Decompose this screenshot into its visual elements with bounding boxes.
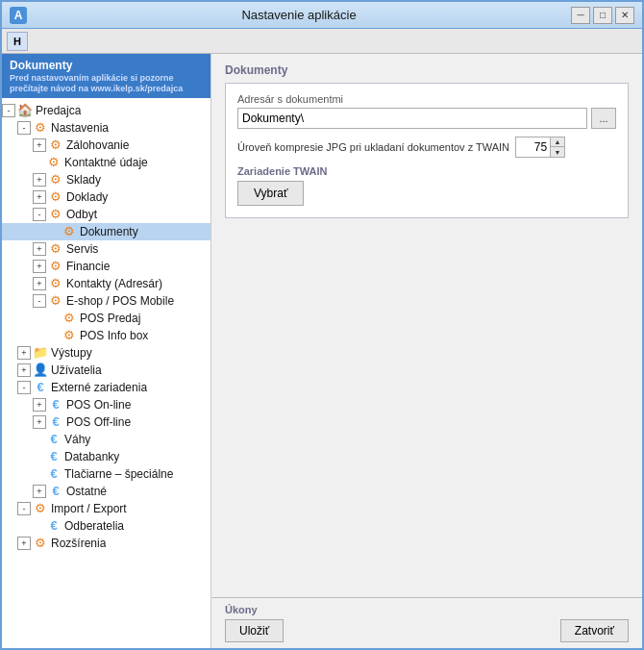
toggle-import[interactable]: - [17,502,31,515]
content-inner: Dokumenty Adresár s dokumentmi ... Úrove… [211,54,642,597]
icon-kontakty: ⚙ [48,276,63,291]
spinner-up-button[interactable]: ▲ [551,138,564,147]
toggle-nastavenia[interactable]: - [17,121,31,135]
icon-databanky: € [46,449,62,464]
close-button[interactable]: ✕ [615,7,634,24]
sidebar-notice: Pred nastavovaním aplikácie si pozorne p… [10,73,203,94]
label-financie: Financie [66,260,110,273]
toggle-eshop[interactable]: - [33,294,46,308]
toggle-doklady[interactable]: + [33,190,46,204]
address-input[interactable] [237,108,587,129]
label-doklady: Doklady [66,190,108,204]
address-label: Adresár s dokumentmi [237,93,616,105]
section-title: Dokumenty [225,63,629,79]
icon-odbyt: ⚙ [48,207,63,222]
label-kontakty: Kontakty (Adresár) [66,277,162,290]
sidebar-item-externe[interactable]: - € Externé zariadenia [2,379,211,396]
label-odberatelia: Odberatelia [64,519,124,533]
icon-nastavenia: ⚙ [33,120,48,136]
compression-label: Úroveň kompresie JPG pri ukladaní dokume… [237,141,509,153]
sidebar-item-vahy[interactable]: € Váhy [2,431,211,448]
compression-input[interactable] [516,138,551,157]
tree: - 🏠 Predajca - ⚙ Nastavenia + ⚙ Zálohova… [2,98,211,648]
sidebar-item-odberatelia[interactable]: € Odberatelia [2,517,211,535]
sidebar-header: Dokumenty Pred nastavovaním aplikácie si… [2,54,211,98]
toggle-odbyt[interactable]: - [33,208,46,221]
sidebar-item-uzivatelia[interactable]: + 👤 Užívatelia [2,362,211,379]
browse-button[interactable]: ... [591,108,616,129]
spinner-down-button[interactable]: ▼ [551,147,564,157]
toggle-sklady[interactable]: + [33,173,46,187]
window-title: Nastavenie aplikácie [27,8,571,22]
sidebar-item-pos-predaj[interactable]: ⚙ POS Predaj [2,310,211,327]
sidebar-item-rozsirenia[interactable]: + ⚙ Rozšírenia [2,535,211,552]
label-sklady: Sklady [66,173,101,187]
twain-section: Zariadenie TWAIN Vybrať [237,165,616,206]
actions-label: Úkony [225,604,629,615]
sidebar-item-nastavenia[interactable]: - ⚙ Nastavenia [2,119,211,137]
label-uzivatelia: Užívatelia [51,363,102,377]
sidebar-item-financie[interactable]: + ⚙ Financie [2,258,211,275]
icon-vahy: € [46,432,62,447]
sidebar-item-servis[interactable]: + ⚙ Servis [2,240,211,258]
label-pos-predaj: POS Predaj [80,312,140,325]
sidebar-item-import[interactable]: - ⚙ Import / Export [2,500,211,517]
toggle-pos-online[interactable]: + [33,398,46,412]
close-dialog-button[interactable]: Zatvoriť [560,619,629,642]
label-odbyt: Odbyt [66,208,97,221]
twain-label: Zariadenie TWAIN [237,165,616,177]
icon-ostatne: € [48,484,63,499]
label-dokumenty: Dokumenty [80,225,138,238]
icon-pos-offline: € [48,414,63,430]
toggle-pos-offline[interactable]: + [33,415,46,429]
toggle-externe[interactable]: - [17,381,31,394]
sidebar-item-tlaciarne[interactable]: € Tlačiarne – špeciálne [2,465,211,483]
label-ostatne: Ostatné [66,485,107,498]
sidebar-item-doklady[interactable]: + ⚙ Doklady [2,188,211,206]
app-icon: A [10,7,27,24]
label-servis: Servis [66,242,98,256]
sidebar-item-vystupy[interactable]: + 📁 Výstupy [2,344,211,362]
sidebar-item-odbyt[interactable]: - ⚙ Odbyt [2,206,211,223]
label-pos-infobox: POS Info box [80,329,148,342]
label-rozsirenia: Rozšírenia [51,537,106,550]
toggle-ostatne[interactable]: + [33,485,46,498]
sidebar-item-predajca[interactable]: - 🏠 Predajca [2,102,211,119]
spinner-arrows: ▲ ▼ [551,138,564,157]
save-button[interactable]: Uložiť [225,619,284,642]
toolbar: H [2,29,642,54]
sidebar-item-pos-infobox[interactable]: ⚙ POS Info box [2,327,211,344]
icon-import: ⚙ [33,501,48,516]
help-button[interactable]: H [7,32,28,51]
toggle-vystupy[interactable]: + [17,346,31,360]
label-predajca: Predajca [36,104,81,117]
toggle-kontakty[interactable]: + [33,277,46,290]
twain-select-button[interactable]: Vybrať [237,181,304,206]
toggle-rozsirenia[interactable]: + [17,537,31,550]
icon-vystupy: 📁 [33,345,48,361]
icon-kontaktne: ⚙ [46,155,62,170]
sidebar-item-dokumenty[interactable]: ⚙ Dokumenty [2,223,211,240]
toggle-uzivatelia[interactable]: + [17,363,31,377]
label-tlaciarne: Tlačiarne – špeciálne [64,467,173,481]
minimize-button[interactable]: ─ [571,7,590,24]
sidebar-item-pos-offline[interactable]: + € POS Off-line [2,413,211,431]
toggle-financie[interactable]: + [33,260,46,273]
sidebar-item-zalohovanie[interactable]: + ⚙ Zálohovanie [2,137,211,154]
sidebar-item-pos-online[interactable]: + € POS On-line [2,396,211,413]
icon-tlaciarne: € [46,466,62,482]
toggle-servis[interactable]: + [33,242,46,256]
sidebar: Dokumenty Pred nastavovaním aplikácie si… [2,54,211,648]
maximize-button[interactable]: □ [593,7,612,24]
toggle-zalohovanie[interactable]: + [33,138,46,152]
icon-pos-infobox: ⚙ [62,328,77,343]
sidebar-item-sklady[interactable]: + ⚙ Sklady [2,171,211,188]
sidebar-item-kontakty[interactable]: + ⚙ Kontakty (Adresár) [2,275,211,292]
sidebar-item-ostatne[interactable]: + € Ostatné [2,483,211,500]
sidebar-item-kontaktne[interactable]: ⚙ Kontaktné údaje [2,154,211,171]
label-vystupy: Výstupy [51,346,92,360]
toggle-predajca[interactable]: - [2,104,15,117]
content-panel: Dokumenty Adresár s dokumentmi ... Úrove… [211,54,642,648]
sidebar-item-databanky[interactable]: € Databanky [2,448,211,465]
sidebar-item-eshop[interactable]: - ⚙ E-shop / POS Mobile [2,292,211,310]
